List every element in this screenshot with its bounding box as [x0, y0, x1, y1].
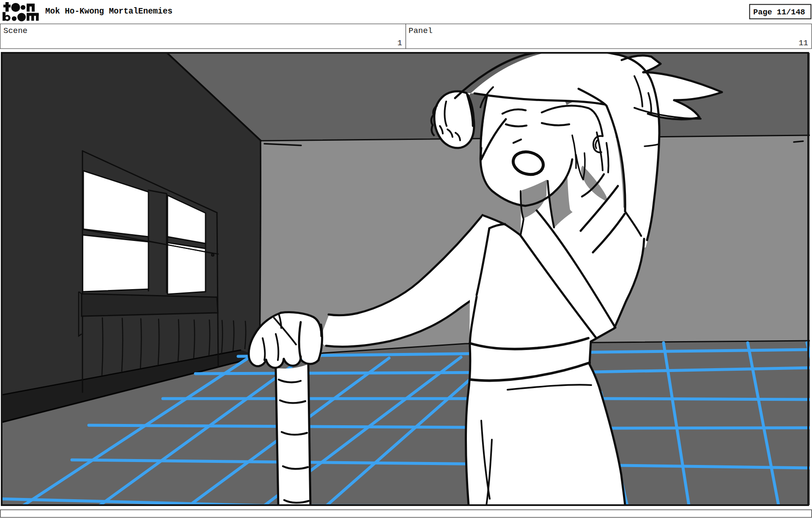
svg-text:Scene: Scene — [3, 26, 27, 36]
svg-text:1: 1 — [398, 38, 402, 48]
svg-text:Panel: Panel — [409, 26, 433, 36]
svg-text:Mok Ho-Kwong MortalEnemies: Mok Ho-Kwong MortalEnemies — [45, 7, 173, 16]
svg-text:11: 11 — [798, 38, 808, 48]
svg-text:Page 11/148: Page 11/148 — [753, 8, 805, 17]
